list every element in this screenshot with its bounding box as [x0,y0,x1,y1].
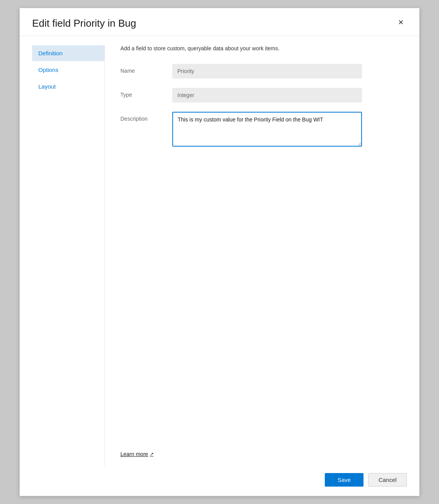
description-row: Description This is my custom value for … [120,112,404,147]
description-textarea[interactable]: This is my custom value for the Priority… [172,112,362,147]
content-area: Add a field to store custom, queryable d… [105,45,419,467]
save-button[interactable]: Save [325,473,364,487]
main-content: Add a field to store custom, queryable d… [105,45,419,435]
name-input[interactable] [172,64,362,79]
sidebar-item-options[interactable]: Options [32,62,105,78]
name-label: Name [120,64,163,74]
dialog-body: Definition Options Layout Add a field to… [20,36,419,467]
edit-field-dialog: Edit field Priority in Bug ✕ Definition … [19,8,420,496]
cancel-button[interactable]: Cancel [368,473,407,487]
sidebar-item-layout[interactable]: Layout [32,79,105,94]
dialog-footer: Save Cancel [20,467,419,496]
form-section: Name Type Description This is my custom … [120,64,404,147]
type-row: Type [120,88,404,103]
sidebar-item-definition-label: Definition [38,50,63,56]
intro-description: Add a field to store custom, queryable d… [120,45,404,51]
description-label: Description [120,112,163,122]
learn-more-label: Learn more [120,451,148,457]
learn-more-link[interactable]: Learn more ↗ [120,451,154,457]
sidebar-item-options-label: Options [38,67,58,73]
name-row: Name [120,64,404,79]
close-button[interactable]: ✕ [395,17,407,27]
learn-more-section: Learn more ↗ [105,435,419,467]
external-link-icon: ↗ [150,451,154,457]
dialog-title: Edit field Priority in Bug [32,17,136,29]
type-label: Type [120,88,163,98]
sidebar-item-layout-label: Layout [38,83,56,90]
type-input[interactable] [172,88,362,103]
sidebar: Definition Options Layout [20,45,105,467]
dialog-header: Edit field Priority in Bug ✕ [20,8,419,36]
sidebar-item-definition[interactable]: Definition [32,45,105,61]
